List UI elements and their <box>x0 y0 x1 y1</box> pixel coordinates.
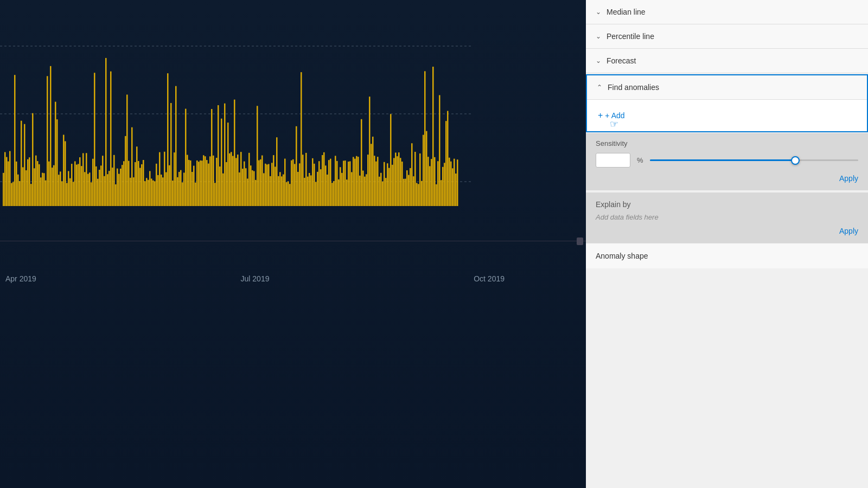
svg-rect-82 <box>131 127 133 206</box>
svg-rect-103 <box>165 172 167 206</box>
slider-thumb[interactable] <box>791 156 800 165</box>
svg-rect-78 <box>125 136 126 206</box>
svg-rect-158 <box>255 180 257 206</box>
svg-rect-209 <box>338 179 340 206</box>
svg-rect-102 <box>164 152 165 206</box>
svg-rect-53 <box>84 172 86 206</box>
svg-rect-162 <box>261 156 263 206</box>
svg-rect-77 <box>123 161 125 206</box>
svg-rect-261 <box>423 135 424 206</box>
svg-rect-141 <box>227 123 229 206</box>
percentile-line-label: Percentile line <box>607 32 654 41</box>
svg-rect-3 <box>3 173 4 206</box>
find-anomalies-header[interactable]: ⌃ Find anomalies <box>587 75 867 99</box>
svg-rect-132 <box>213 156 214 206</box>
svg-rect-32 <box>50 66 52 206</box>
svg-rect-148 <box>239 172 240 206</box>
svg-rect-246 <box>398 152 400 206</box>
svg-rect-140 <box>226 162 227 206</box>
svg-rect-212 <box>343 160 344 206</box>
percent-symbol: % <box>637 156 643 164</box>
svg-rect-237 <box>384 162 385 206</box>
x-label-oct: Oct 2019 <box>474 274 505 283</box>
chart-scroll-handle[interactable] <box>577 237 583 245</box>
svg-rect-142 <box>229 153 231 206</box>
add-anomaly-button[interactable]: + + Add ☞ <box>598 108 625 123</box>
svg-rect-105 <box>169 165 170 206</box>
svg-rect-26 <box>40 177 42 206</box>
svg-rect-206 <box>333 181 335 206</box>
right-panel: ⌄ Median line ⌄ Percentile line ⌄ Foreca… <box>586 0 868 488</box>
svg-rect-6 <box>8 162 9 206</box>
svg-rect-179 <box>289 184 291 206</box>
svg-rect-150 <box>242 169 244 206</box>
svg-rect-58 <box>92 159 94 206</box>
svg-rect-231 <box>374 156 375 206</box>
svg-rect-124 <box>200 160 201 206</box>
svg-rect-173 <box>279 172 281 206</box>
svg-rect-42 <box>66 183 68 206</box>
sensitivity-slider[interactable] <box>650 155 858 166</box>
anomaly-shape-label: Anomaly shape <box>596 252 648 260</box>
svg-rect-161 <box>260 159 261 206</box>
svg-rect-19 <box>29 157 30 206</box>
svg-rect-222 <box>359 176 361 206</box>
anomaly-shape-section[interactable]: Anomaly shape <box>586 243 868 268</box>
svg-rect-265 <box>429 166 431 206</box>
chevron-down-icon: ⌄ <box>596 8 601 16</box>
svg-rect-163 <box>263 173 265 206</box>
svg-rect-149 <box>240 152 242 206</box>
svg-rect-240 <box>388 168 390 206</box>
svg-rect-114 <box>183 172 185 206</box>
section-percentile-line[interactable]: ⌄ Percentile line <box>586 24 868 49</box>
svg-rect-152 <box>245 168 247 206</box>
svg-rect-207 <box>335 156 336 206</box>
svg-rect-127 <box>205 156 206 206</box>
svg-rect-52 <box>82 153 84 206</box>
explain-apply-button[interactable]: Apply <box>839 227 858 235</box>
svg-rect-134 <box>216 158 218 206</box>
svg-rect-228 <box>369 97 371 206</box>
svg-rect-221 <box>358 157 359 206</box>
svg-rect-37 <box>58 175 60 206</box>
svg-rect-166 <box>268 164 270 206</box>
svg-rect-169 <box>273 155 275 206</box>
svg-rect-154 <box>248 153 250 206</box>
sensitivity-value-input[interactable]: 70 <box>596 153 630 168</box>
chart-scrollbar[interactable] <box>0 241 586 241</box>
section-median-line[interactable]: ⌄ Median line <box>586 0 868 24</box>
svg-rect-229 <box>371 144 372 206</box>
svg-rect-125 <box>201 160 203 206</box>
section-forecast[interactable]: ⌄ Forecast <box>586 49 868 73</box>
sensitivity-apply-button[interactable]: Apply <box>839 174 858 183</box>
svg-rect-280 <box>454 159 455 206</box>
svg-rect-48 <box>76 165 78 206</box>
svg-rect-107 <box>172 181 174 206</box>
svg-rect-129 <box>208 164 209 206</box>
svg-rect-267 <box>432 67 434 206</box>
svg-rect-271 <box>439 95 441 206</box>
svg-rect-63 <box>100 165 102 206</box>
svg-rect-118 <box>190 160 192 206</box>
svg-rect-126 <box>203 155 205 206</box>
svg-rect-182 <box>294 164 296 206</box>
svg-rect-238 <box>385 178 387 206</box>
svg-rect-18 <box>27 159 29 206</box>
svg-rect-76 <box>122 165 123 206</box>
svg-rect-199 <box>322 155 323 206</box>
svg-rect-22 <box>34 168 35 206</box>
svg-rect-121 <box>195 183 196 206</box>
svg-rect-106 <box>170 103 172 206</box>
svg-rect-21 <box>32 113 34 206</box>
sensitivity-controls: 70 % <box>596 153 858 168</box>
svg-rect-202 <box>327 175 328 206</box>
svg-rect-175 <box>283 175 284 206</box>
svg-rect-67 <box>107 174 108 206</box>
svg-rect-89 <box>143 160 144 206</box>
svg-rect-122 <box>196 160 198 206</box>
svg-rect-180 <box>291 160 292 206</box>
find-anomalies-label: Find anomalies <box>608 83 659 92</box>
svg-rect-274 <box>444 163 445 206</box>
svg-rect-244 <box>395 152 397 206</box>
svg-rect-87 <box>139 168 141 206</box>
